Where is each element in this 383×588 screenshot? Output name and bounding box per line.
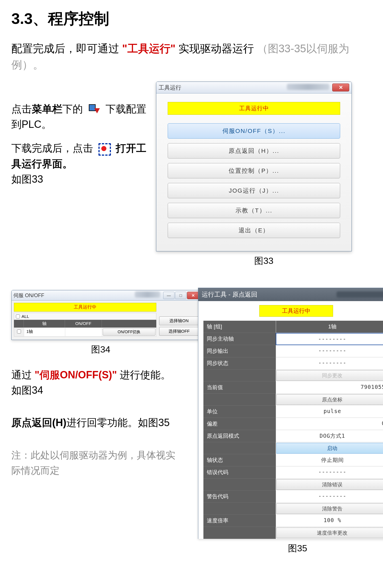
origin-coord-button[interactable]: 原点坐标 — [276, 394, 383, 405]
value-axis-state: 停止期间 — [276, 454, 383, 466]
instr2-fig: 如图33 — [11, 173, 43, 185]
value-sync-out: -------- — [276, 345, 383, 357]
titlebar-blur — [287, 84, 329, 90]
label-clear-warn — [203, 503, 276, 515]
label-origin-coord — [203, 394, 276, 406]
label-start — [203, 442, 276, 454]
open-run-icon — [97, 142, 111, 156]
sync-change-button[interactable]: 同步更改 — [276, 370, 383, 381]
value-unit: pulse — [276, 406, 383, 418]
status-banner: 工具运行中 — [168, 102, 340, 115]
jog-run-button[interactable]: JOG运行（J）... — [168, 183, 340, 198]
footnote: 注：此处以伺服驱动器为例，具体视实际情况而定 — [11, 447, 193, 478]
titlebar-35: 运行工具 - 原点返回 — [198, 288, 383, 301]
origin-return-dialog: 运行工具 - 原点返回 工具运行中 轴 [组] 1轴 同步主动轴 -------… — [198, 288, 383, 539]
label-speed-change — [203, 527, 276, 539]
origin-return-button[interactable]: 原点返回（H）... — [168, 143, 340, 159]
intro-pre: 配置完成后，即可通过 — [11, 43, 119, 55]
download-icon — [87, 103, 101, 117]
label-origin-mode: 原点返回模式 — [203, 430, 276, 442]
status-banner-34: 工具运行中 — [14, 303, 156, 312]
value-sync-state: -------- — [276, 357, 383, 370]
intro-paragraph: 配置完成后，即可通过 "工具运行" 实现驱动器运行 （图33-35以伺服为例）。 — [11, 41, 372, 73]
value-origin-mode: DOG方式1 — [276, 430, 383, 442]
value-axis-group: 1轴 — [276, 321, 383, 333]
titlebar: 工具运行 ✕ — [156, 82, 352, 93]
titlebar-blur-35 — [336, 291, 383, 298]
clear-error-button[interactable]: 清除错误 — [276, 479, 383, 490]
grid-header: 轴 ON/OFF — [14, 320, 156, 328]
instr-post1: 下的 — [62, 103, 83, 115]
window-title-35: 运行工具 - 原点返回 — [202, 290, 257, 299]
header-onoff: ON/OFF — [65, 320, 102, 328]
label-warn-code: 警告代码 — [203, 491, 276, 503]
fig35-caption: 图35 — [201, 542, 383, 555]
cell-onoff — [65, 328, 102, 336]
servo-onoff-dialog: 伺服 ON/OFF — □ ✕ 工具运行中 ALL — [11, 290, 201, 340]
label-err-code: 错误代码 — [203, 466, 276, 479]
row-checkbox[interactable] — [17, 330, 21, 333]
select-axis-off-button[interactable]: 选择轴OFF — [159, 327, 199, 336]
all-label: ALL — [22, 314, 29, 319]
para34-post: 进行使能。 — [120, 369, 171, 381]
section-heading: 3.3、程序控制 — [11, 9, 372, 29]
position-control-button[interactable]: 位置控制（P）... — [168, 163, 340, 178]
value-warn-code: -------- — [276, 491, 383, 503]
value-speed-rate: 100 % — [276, 515, 383, 527]
label-current: 当前值 — [203, 381, 276, 394]
instr-pre: 点击 — [11, 103, 32, 115]
label-speed-rate: 速度倍率 — [203, 515, 276, 527]
para34-fig: 如图34 — [11, 384, 43, 396]
para-34: 通过 "伺服ON/OFF(S)" 进行使能。 如图34 — [11, 367, 193, 398]
close-button-34[interactable]: ✕ — [187, 292, 199, 299]
tool-run-dialog: 工具运行 ✕ 工具运行中 伺服ON/OFF（S）... 原点返回（H）... 位… — [156, 82, 352, 251]
intro-post: 实现驱动器运行 — [178, 43, 254, 55]
close-button[interactable]: ✕ — [332, 84, 349, 91]
label-sync-out: 同步输出 — [203, 345, 276, 357]
minimize-button[interactable]: — — [163, 292, 174, 299]
para34-red: "伺服ON/OFF(S)" — [35, 369, 117, 381]
onoff-toggle-button[interactable]: ON/OFF切换 — [103, 328, 155, 336]
titlebar-blur-34 — [135, 291, 160, 298]
param-table: 轴 [组] 1轴 同步主动轴 -------- 同步输出 -------- 同步… — [203, 321, 383, 539]
window-title-34: 伺服 ON/OFF — [13, 292, 129, 299]
select-axis-on-button[interactable]: 选择轴ON — [159, 316, 199, 325]
label-axis-state: 轴状态 — [203, 454, 276, 466]
intro-highlight: "工具运行" — [122, 43, 176, 55]
label-deviation: 偏差 — [203, 418, 276, 430]
cell-axis: 1轴 — [24, 328, 65, 336]
speed-rate-change-button[interactable]: 速度倍率更改 — [276, 527, 383, 538]
para35-bold: 原点返回(H) — [11, 417, 66, 428]
status-banner-35: 工具运行中 — [259, 305, 333, 317]
para-35: 原点返回(H)进行回零功能。如图35 — [11, 415, 193, 430]
para34-pre: 通过 — [11, 369, 32, 381]
teach-button[interactable]: 示教（T）... — [168, 203, 340, 218]
titlebar-34: 伺服 ON/OFF — □ ✕ — [12, 290, 201, 301]
clear-warning-button[interactable]: 清除警告 — [276, 503, 383, 514]
servo-onoff-button[interactable]: 伺服ON/OFF（S）... — [168, 123, 340, 139]
label-sync-master: 同步主动轴 — [203, 333, 276, 345]
label-clear-err — [203, 479, 276, 491]
label-axis-group: 轴 [组] — [203, 321, 276, 333]
window-title: 工具运行 — [159, 84, 281, 91]
maximize-button[interactable]: □ — [175, 292, 186, 299]
value-current: 7901055 — [276, 381, 383, 394]
value-deviation: 0 — [276, 418, 383, 430]
all-checkbox-row[interactable]: ALL — [14, 313, 156, 320]
instr-download: 点击菜单栏下的 下载配置到PLC。 — [11, 101, 156, 132]
value-sync-master[interactable]: -------- — [276, 333, 383, 345]
table-row: 1轴 ON/OFF切换 — [14, 328, 156, 337]
start-button[interactable]: 启动 — [276, 443, 383, 454]
exit-button[interactable]: 退出（E） — [168, 223, 340, 238]
instr2-pre: 下载完成后，点击 — [11, 142, 93, 154]
label-unit: 单位 — [203, 406, 276, 418]
instr-menubar: 菜单栏 — [32, 103, 62, 115]
instr-openrun: 下载完成后，点击 打开工具运行界面。 如图33 — [11, 141, 156, 187]
all-checkbox[interactable] — [16, 314, 20, 318]
value-err-code: -------- — [276, 466, 383, 479]
label-sync-change — [203, 370, 276, 381]
fig33-caption: 图33 — [156, 255, 372, 267]
label-sync-state: 同步状态 — [203, 357, 276, 370]
fig34-caption: 图34 — [9, 343, 193, 356]
para35-post: 进行回零功能。如图35 — [66, 417, 170, 428]
